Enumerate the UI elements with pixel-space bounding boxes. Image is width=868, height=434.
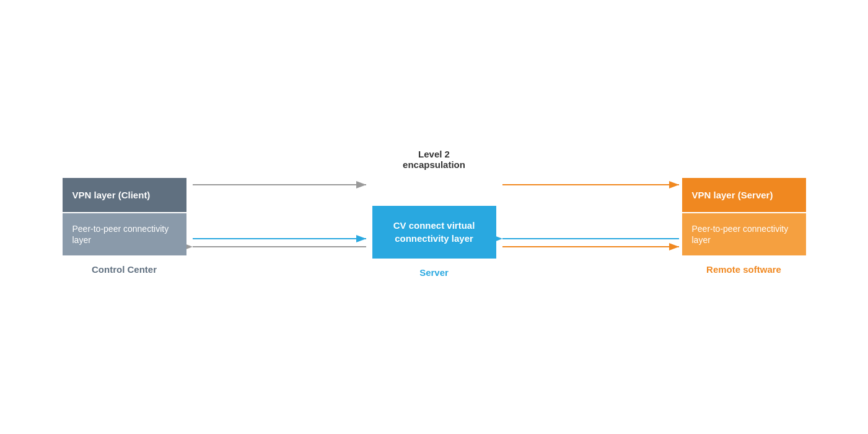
remote-software-column: VPN layer (Server) Peer-to-peer connecti… <box>682 178 806 275</box>
control-center-vpn-label: VPN layer (Client) <box>72 190 151 200</box>
encapsulation-text: Level 2encapsulation <box>403 149 465 170</box>
remote-software-label: Remote software <box>706 264 781 275</box>
remote-peer-label: Peer-to-peer connectivity layer <box>692 224 789 245</box>
remote-vpn-label: VPN layer (Server) <box>692 190 773 200</box>
control-center-peer-box: Peer-to-peer connectivity layer <box>63 212 186 255</box>
server-box: CV connect virtual connectivity layer <box>372 206 496 259</box>
control-center-vpn-box: VPN layer (Client) <box>63 178 186 213</box>
control-center-peer-label: Peer-to-peer connectivity layer <box>72 224 169 245</box>
control-center-column: VPN layer (Client) Peer-to-peer connecti… <box>63 178 186 275</box>
server-label: Server <box>419 267 449 278</box>
server-column: CV connect virtual connectivity layer Se… <box>372 206 496 278</box>
level2-label: Level 2encapsulation <box>403 149 465 170</box>
control-center-boxes: VPN layer (Client) Peer-to-peer connecti… <box>63 178 186 256</box>
remote-vpn-box: VPN layer (Server) <box>682 178 806 213</box>
control-center-label: Control Center <box>92 264 157 275</box>
remote-peer-box: Peer-to-peer connectivity layer <box>682 212 806 255</box>
server-box-label: CV connect virtual connectivity layer <box>393 220 475 243</box>
remote-boxes: VPN layer (Server) Peer-to-peer connecti… <box>682 178 806 256</box>
diagram-container: Level 2encapsulation VPN layer (Client) … <box>63 93 806 341</box>
